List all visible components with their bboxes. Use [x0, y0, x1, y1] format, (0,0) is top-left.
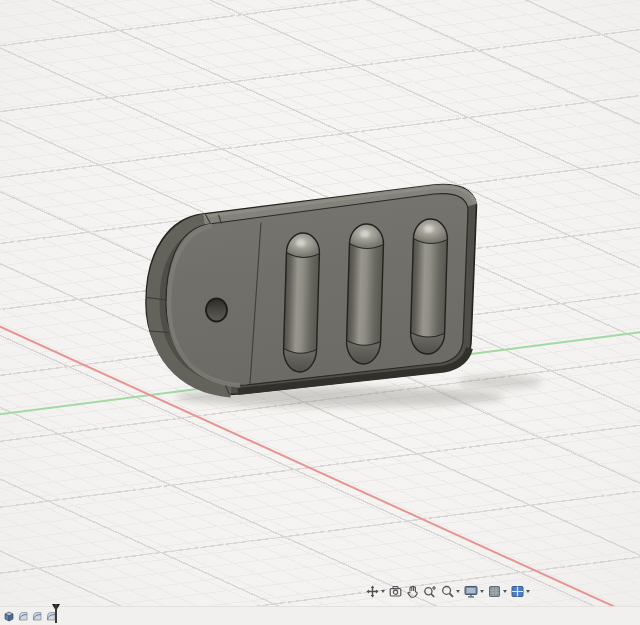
magnifier-plus-icon	[423, 585, 437, 598]
navigation-toolbar	[366, 585, 530, 598]
pin-capsule-1[interactable]	[283, 233, 320, 373]
fillet-icon[interactable]	[17, 610, 29, 622]
grid-square-icon	[488, 585, 501, 598]
fit-button[interactable]	[441, 585, 460, 598]
model-3d-body[interactable]	[0, 0, 640, 607]
grid-and-snaps-button[interactable]	[488, 585, 507, 598]
chevron-down-icon[interactable]	[480, 590, 484, 593]
hand-icon	[406, 585, 419, 598]
viewports-button[interactable]	[511, 585, 530, 598]
chevron-down-icon[interactable]	[456, 590, 460, 593]
app-window	[0, 0, 640, 625]
display-settings-button[interactable]	[464, 585, 484, 598]
pin-capsule-2[interactable]	[346, 224, 384, 365]
pin-capsule-3[interactable]	[410, 219, 448, 355]
extrude-box-icon[interactable]	[3, 610, 15, 622]
four-way-arrow-icon	[366, 585, 379, 598]
chevron-down-icon[interactable]	[503, 590, 507, 593]
model-shadow-right	[458, 375, 542, 389]
plate-hole[interactable]	[206, 299, 227, 322]
pan-button[interactable]	[406, 585, 419, 598]
magnifier-icon	[441, 585, 454, 598]
look-at-button[interactable]	[389, 585, 402, 598]
chevron-down-icon[interactable]	[381, 590, 385, 593]
timeline-playhead[interactable]	[55, 604, 57, 623]
chevron-down-icon[interactable]	[526, 590, 530, 593]
timeline-feature-icons	[3, 610, 57, 622]
monitor-icon	[464, 585, 478, 598]
timeline-bar	[0, 606, 640, 625]
camera-icon	[389, 585, 402, 598]
viewport-canvas[interactable]	[0, 0, 640, 607]
orbit-button[interactable]	[366, 585, 385, 598]
fillet-icon[interactable]	[31, 610, 43, 622]
four-pane-icon	[511, 585, 524, 598]
zoom-button[interactable]	[423, 585, 437, 598]
